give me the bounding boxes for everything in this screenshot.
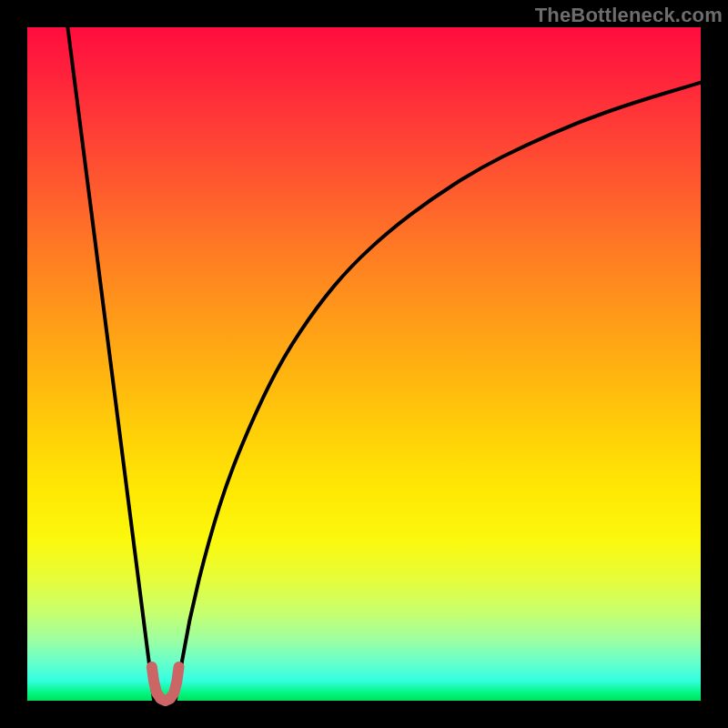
bottleneck-curve-svg [27,27,701,701]
curve-right-branch [176,83,701,701]
attribution-text: TheBottleneck.com [535,4,723,27]
curve-left-branch [67,27,154,701]
valley-marker-u [152,667,179,701]
page-frame: TheBottleneck.com [0,0,728,728]
